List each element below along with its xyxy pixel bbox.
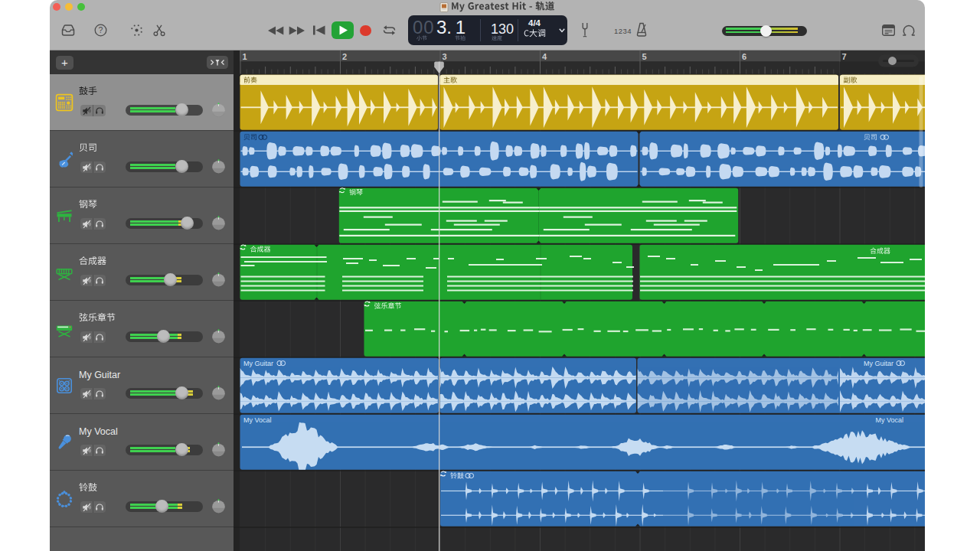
- svg-text:My Vocal: My Vocal: [875, 416, 903, 424]
- svg-text:?: ?: [99, 25, 103, 34]
- svg-text:1: 1: [243, 52, 247, 61]
- svg-text:My Vocal: My Vocal: [243, 416, 272, 424]
- svg-text:4: 4: [542, 52, 547, 61]
- svg-text:3: 3: [443, 52, 447, 61]
- svg-text:6: 6: [742, 52, 746, 61]
- svg-text:My Guitar: My Guitar: [243, 360, 273, 367]
- svg-text:My Guitar: My Guitar: [864, 360, 893, 367]
- svg-text:7: 7: [842, 52, 847, 61]
- svg-text:2: 2: [342, 52, 347, 61]
- svg-text:5: 5: [642, 52, 647, 61]
